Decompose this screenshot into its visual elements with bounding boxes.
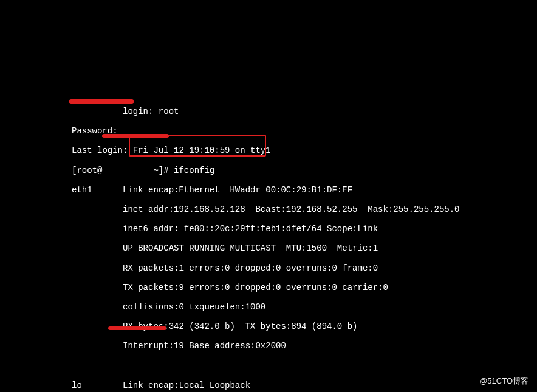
eth1-tx-packets: TX packets:9 errors:0 dropped:0 overruns…	[72, 283, 460, 292]
eth1-link: eth1 Link encap:Ethernet HWaddr 00:0C:29…	[72, 185, 460, 195]
eth1-flags: UP BROADCAST RUNNING MULTICAST MTU:1500 …	[72, 243, 460, 253]
eth1-inet6: inet6 addr: fe80::20c:29ff:feb1:dfef/64 …	[72, 224, 460, 234]
prompt-command-line: [root@ ~]# ifconfig	[72, 166, 460, 175]
blank-line	[72, 361, 460, 371]
lo-link: lo Link encap:Local Loopback	[72, 380, 460, 390]
eth1-inet: inet addr:192.168.52.128 Bcast:192.168.5…	[72, 204, 460, 214]
redaction-mark	[108, 326, 166, 330]
highlight-annotation	[129, 135, 266, 157]
eth1-interrupt: Interrupt:19 Base address:0x2000	[72, 341, 460, 351]
login-line: login: root	[72, 107, 460, 117]
redaction-mark	[69, 99, 134, 104]
eth1-rx-packets: RX packets:1 errors:0 dropped:0 overruns…	[72, 263, 460, 273]
eth1-collisions: collisions:0 txqueuelen:1000	[72, 302, 460, 312]
watermark-text: @51CTO博客	[479, 377, 528, 386]
